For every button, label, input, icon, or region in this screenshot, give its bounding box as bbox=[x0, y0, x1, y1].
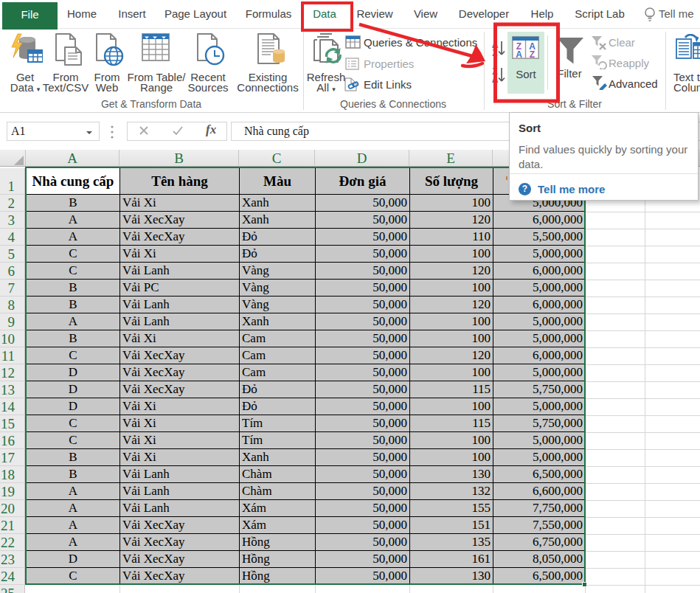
svg-text:Z: Z bbox=[530, 49, 535, 59]
svg-text:Z: Z bbox=[492, 48, 497, 58]
svg-text:A: A bbox=[516, 49, 522, 59]
